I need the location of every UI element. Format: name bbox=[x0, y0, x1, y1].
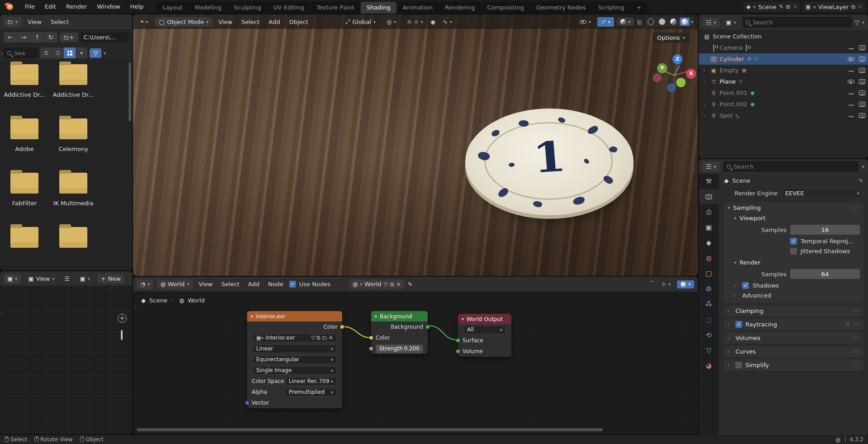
output-target-dropdown[interactable]: All▾ bbox=[463, 326, 506, 334]
tab-shading[interactable]: Shading bbox=[361, 2, 396, 14]
outliner-row-scene-collection[interactable]: ▤ Scene Collection bbox=[699, 31, 868, 42]
list-item[interactable]: Addictive Dr... bbox=[46, 64, 100, 98]
tab-layout[interactable]: Layout bbox=[157, 2, 188, 14]
pin-icon[interactable]: ✎ bbox=[858, 177, 863, 184]
outliner-search-input[interactable]: Search bbox=[742, 17, 852, 28]
zoom-icon[interactable]: + bbox=[118, 314, 127, 323]
forward-button[interactable]: → bbox=[17, 32, 31, 43]
xray-toggle[interactable]: ▦ bbox=[637, 19, 642, 25]
render-visibility-icon[interactable] bbox=[859, 45, 865, 50]
advanced-subpanel-header[interactable]: Advanced bbox=[742, 292, 771, 299]
unlink-icon[interactable]: ✕ bbox=[329, 335, 333, 341]
tab-sculpting[interactable]: Sculpting bbox=[228, 2, 267, 14]
proportional-editing-toggle[interactable]: ◉ bbox=[430, 19, 435, 25]
duplicate-icon[interactable]: ⧉ bbox=[786, 4, 790, 10]
world-output-node[interactable]: ▾World Output All▾ Surface Volume bbox=[458, 314, 511, 357]
editor-type-shader[interactable]: ◔▾ bbox=[137, 279, 153, 289]
fake-user-shield-icon[interactable]: ▽ bbox=[384, 281, 388, 288]
strength-input-socket[interactable] bbox=[369, 346, 373, 351]
list-item[interactable] bbox=[46, 227, 100, 248]
projection-dropdown[interactable]: Equirectangular▾ bbox=[253, 355, 337, 364]
image-editor-canvas[interactable]: + bbox=[0, 286, 132, 434]
tab-object-icon[interactable]: ▢ bbox=[699, 266, 719, 281]
environment-texture-node[interactable]: ▾interior.exr Color ▣▾ interior.exr ▽ ⧉ … bbox=[247, 311, 342, 408]
volumes-panel[interactable]: ›Volumes∷∷ bbox=[724, 332, 863, 344]
tab-texture-paint[interactable]: Texture Paint bbox=[310, 2, 360, 14]
shader-menu-view[interactable]: View bbox=[196, 281, 215, 288]
render-subpanel-header[interactable]: ▾Render bbox=[734, 259, 860, 266]
vector-input-socket[interactable] bbox=[245, 401, 249, 405]
disclosure-icon[interactable]: › bbox=[703, 45, 708, 50]
scene-selector[interactable]: ◆ ▾ Scene ✎ ⧉ ✕ bbox=[744, 2, 800, 12]
hide-eye-icon[interactable] bbox=[848, 46, 854, 49]
viewlayer-selector[interactable]: ▣ ▾ ViewLayer ⧉ ✕ bbox=[803, 2, 865, 12]
tab-modeling[interactable]: Modeling bbox=[189, 2, 227, 14]
close-icon[interactable]: ✕ bbox=[793, 4, 797, 10]
tab-data-icon[interactable]: ▽ bbox=[699, 343, 719, 358]
shader-menu-node[interactable]: Node bbox=[265, 281, 286, 288]
shadows-checkbox[interactable] bbox=[742, 282, 749, 289]
new-folder-button[interactable]: 🗀+ bbox=[60, 33, 78, 42]
image-editor-view-menu[interactable]: ▣View▾ bbox=[24, 274, 58, 283]
options-button[interactable]: Options▾ bbox=[653, 33, 690, 43]
world-datablock[interactable]: ◍▾ World ▽ ⧉ ✕ bbox=[349, 279, 405, 289]
background-output-socket[interactable] bbox=[425, 325, 430, 329]
pin-icon[interactable]: ✎ bbox=[408, 281, 413, 288]
menu-render[interactable]: Render bbox=[61, 0, 92, 14]
parent-dir-button[interactable]: ↑ bbox=[31, 32, 44, 43]
raytracing-checkbox[interactable] bbox=[735, 321, 742, 328]
snap-toggle[interactable]: ∩⊹▾ bbox=[403, 17, 426, 27]
disclosure-icon[interactable]: › bbox=[703, 57, 708, 61]
display-size-dropdown[interactable]: ▾ bbox=[76, 47, 87, 58]
interpolation-dropdown[interactable]: Linear▾ bbox=[253, 345, 337, 353]
menu-edit[interactable]: Edit bbox=[40, 0, 61, 14]
disclosure-icon[interactable]: › bbox=[703, 68, 708, 73]
tab-physics-icon[interactable]: ◌ bbox=[699, 312, 719, 327]
tab-geometry-nodes[interactable]: Geometry Nodes bbox=[530, 2, 592, 14]
simplify-checkbox[interactable] bbox=[735, 362, 742, 368]
alpha-dropdown[interactable]: Premultiplied▾ bbox=[285, 388, 337, 397]
gizmo-axis-z[interactable]: Z bbox=[672, 54, 682, 64]
editor-type-image-editor[interactable]: ▣▾ bbox=[4, 274, 21, 283]
overlays-toggle[interactable]: ▾ bbox=[617, 18, 634, 26]
gizmo-axis-z-neg[interactable] bbox=[667, 83, 676, 92]
color-space-dropdown[interactable]: Linear Rec.709▾ bbox=[285, 377, 337, 386]
volume-input-socket[interactable] bbox=[456, 349, 460, 354]
render-engine-dropdown[interactable]: EEVEE▾ bbox=[781, 188, 863, 198]
transform-orientation-dropdown[interactable]: ⤢Global▾ bbox=[342, 17, 379, 27]
shader-type-dropdown[interactable]: ◍World▾ bbox=[157, 279, 193, 289]
hide-eye-icon[interactable] bbox=[848, 91, 854, 94]
use-nodes-checkbox[interactable] bbox=[289, 281, 296, 288]
panel-expand-chevron[interactable]: › bbox=[1, 51, 3, 57]
tab-tool-icon[interactable]: ⚒ bbox=[699, 174, 719, 189]
render-visibility-icon[interactable] bbox=[859, 90, 865, 95]
color-output-socket[interactable] bbox=[340, 325, 344, 329]
jittered-shadows-checkbox[interactable] bbox=[790, 248, 797, 255]
list-item[interactable]: IK Multimedia bbox=[46, 173, 100, 207]
curves-panel[interactable]: ›Curves∷∷ bbox=[724, 346, 863, 357]
pin-icon[interactable]: ✎ bbox=[779, 4, 783, 10]
open-folder-icon[interactable]: 🗀 bbox=[322, 335, 327, 341]
gizmo-axis-x[interactable]: X bbox=[686, 69, 696, 79]
hand-icon[interactable] bbox=[117, 330, 127, 340]
render-samples-field[interactable]: 64 bbox=[790, 269, 860, 279]
strength-field[interactable]: Strength0.200 bbox=[376, 345, 423, 353]
list-item[interactable]: Addictive Dr... bbox=[0, 64, 52, 98]
tab-modifiers-icon[interactable]: ⚙ bbox=[699, 281, 719, 297]
proportional-falloff-dropdown[interactable]: ∿▾ bbox=[439, 17, 456, 27]
new-image-button[interactable]: +New bbox=[97, 274, 124, 283]
editor-type-file-browser[interactable]: 🗀▾ bbox=[4, 17, 21, 27]
snap-grid-dropdown[interactable]: ⊹▾ bbox=[658, 279, 674, 289]
tab-particles-icon[interactable]: ⁂ bbox=[699, 297, 719, 312]
node-overlay-toggle[interactable]: ▾ bbox=[677, 280, 694, 288]
fake-user-shield-icon[interactable]: ▽ bbox=[311, 335, 315, 341]
blender-logo-icon[interactable] bbox=[5, 3, 16, 11]
shader-menu-add[interactable]: Add bbox=[245, 281, 262, 288]
background-node[interactable]: ▾Background Background Color Strength0.2… bbox=[371, 311, 428, 354]
panel-expand-chevron[interactable]: ‹ bbox=[692, 166, 694, 172]
sampling-panel-header[interactable]: ▾Sampling∷∷ bbox=[728, 204, 860, 211]
render-visibility-icon[interactable] bbox=[859, 102, 865, 107]
filter-options-dropdown[interactable]: ▾ bbox=[104, 51, 106, 56]
path-field[interactable]: C:\Users\... bbox=[80, 33, 129, 42]
add-workspace-button[interactable]: + bbox=[630, 2, 647, 14]
